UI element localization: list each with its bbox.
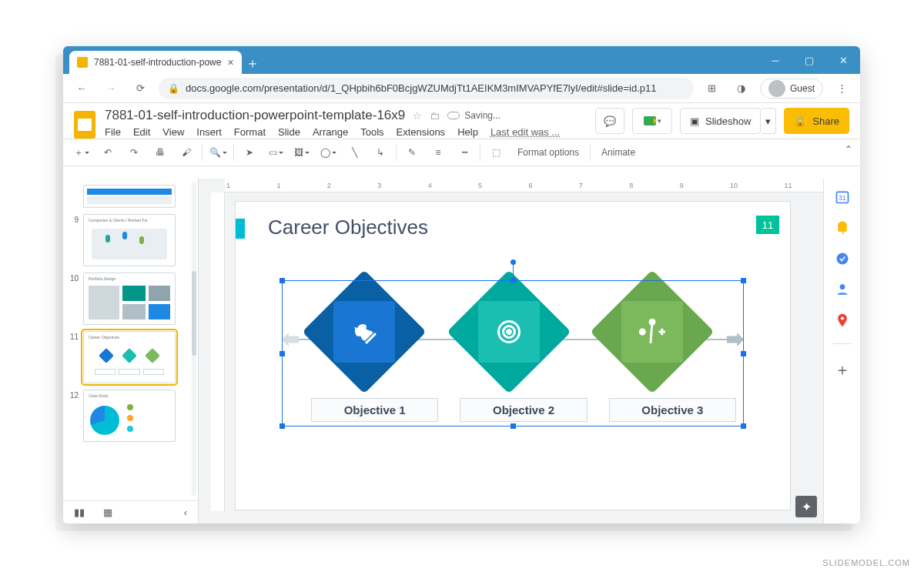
filmstrip-scrollthumb[interactable] (192, 271, 196, 356)
horizontal-ruler: 1123456789101112 (225, 179, 848, 192)
select-tool[interactable]: ➤ (239, 142, 260, 163)
border-dash-button[interactable]: ┅ (454, 142, 475, 163)
saving-text: Saving... (464, 110, 500, 121)
watermark: SLIDEMODEL.COM (822, 558, 910, 567)
resize-handle[interactable] (741, 351, 746, 356)
filmstrip-view-icon[interactable]: ▮▮ (74, 507, 85, 518)
redo-button[interactable]: ↷ (123, 142, 145, 163)
resize-handle[interactable] (280, 351, 285, 356)
slide-thumb[interactable] (66, 188, 190, 208)
shape-tool[interactable]: ◯ (317, 142, 339, 163)
nav-forward-icon[interactable]: → (100, 78, 122, 99)
line-tool[interactable]: ╲ (343, 142, 365, 163)
thumb-title: Portfolio Design (89, 276, 116, 281)
tasks-icon[interactable] (835, 251, 850, 266)
maps-icon[interactable] (835, 313, 850, 328)
selection-box[interactable] (282, 280, 744, 426)
slideshow-button[interactable]: ▣Slideshow (680, 108, 761, 134)
menu-insert[interactable]: Insert (196, 126, 222, 138)
menu-edit[interactable]: Edit (133, 126, 150, 138)
menu-view[interactable]: View (162, 126, 184, 138)
new-slide-button[interactable]: ＋ (71, 142, 92, 163)
explore-button[interactable]: ✦ (795, 496, 817, 517)
share-label: Share (812, 115, 839, 127)
slideshow-dropdown[interactable]: ▾ (761, 108, 776, 134)
thumb-title: Companies & Clients I Worked For (89, 218, 148, 222)
print-button[interactable]: 🖶 (149, 142, 171, 163)
resize-handle[interactable] (741, 423, 746, 429)
image-tool[interactable]: 🖼 (291, 142, 313, 163)
google-meet-button[interactable]: ▾ (632, 108, 672, 134)
format-options-button[interactable]: Format options (511, 147, 585, 158)
resize-handle[interactable] (511, 278, 516, 283)
menu-extensions[interactable]: Extensions (397, 126, 446, 138)
resize-handle[interactable] (280, 278, 285, 283)
cloud-icon (447, 112, 460, 119)
resize-handle[interactable] (741, 278, 746, 283)
add-addon-icon[interactable]: ＋ (835, 360, 850, 380)
guest-profile-button[interactable]: Guest (760, 79, 823, 99)
last-edit-link[interactable]: Last edit was ... (490, 126, 560, 138)
arrange-button[interactable]: ⬚ (485, 142, 507, 163)
connector-tool[interactable]: ↳ (370, 142, 391, 163)
google-slides-logo-icon[interactable] (74, 111, 95, 139)
rotate-handle[interactable] (513, 264, 514, 278)
close-tab-icon[interactable]: × (227, 56, 233, 69)
slide-thumb[interactable]: 9 Companies & Clients I Worked For (66, 214, 190, 266)
thumb-number: 12 (66, 390, 79, 400)
nav-back-icon[interactable]: ← (71, 78, 92, 99)
install-app-icon[interactable]: ⊞ (701, 78, 723, 99)
paint-format-button[interactable]: 🖌 (176, 142, 197, 163)
slide-thumb[interactable]: 11 Career Objectives (66, 331, 190, 383)
slide-title[interactable]: Career Objectives (268, 216, 428, 239)
browser-window: 7881-01-self-introduction-powe × ＋ ─ ▢ ✕… (63, 46, 860, 523)
share-button[interactable]: 🔒Share (784, 108, 849, 134)
saving-status: Saving... (447, 110, 500, 121)
menu-arrange[interactable]: Arrange (313, 126, 348, 138)
docs-header: 7881-01-self-introduction-powerpoint-tem… (63, 103, 860, 139)
browser-tab[interactable]: 7881-01-self-introduction-powe × (69, 51, 242, 74)
window-maximize-icon[interactable]: ▢ (792, 46, 826, 74)
calendar-icon[interactable]: 31 (835, 189, 850, 205)
url-text: docs.google.com/presentation/d/1_QHpbih6… (186, 82, 656, 94)
contacts-icon[interactable] (835, 282, 850, 297)
svg-point-9 (840, 316, 843, 319)
undo-button[interactable]: ↶ (97, 142, 119, 163)
resize-handle[interactable] (280, 423, 285, 429)
document-title[interactable]: 7881-01-self-introduction-powerpoint-tem… (105, 108, 405, 123)
star-icon[interactable]: ☆ (413, 110, 422, 122)
browser-menu-icon[interactable]: ⋮ (831, 78, 852, 99)
window-close-icon[interactable]: ✕ (826, 46, 860, 74)
collapse-toolbar-icon[interactable]: ⌃ (845, 144, 852, 155)
grid-view-icon[interactable]: ▦ (103, 507, 112, 518)
slideshow-label: Slideshow (705, 115, 751, 127)
border-color-button[interactable]: ✎ (401, 142, 423, 163)
keep-icon[interactable] (835, 220, 850, 236)
slide-canvas[interactable]: Career Objectives 11 (236, 202, 790, 510)
filmstrip-footer: ▮▮ ▦ ‹ (63, 500, 198, 523)
canvas[interactable]: 1123456789101112 Career Objectives 11 (199, 179, 860, 523)
omnibox[interactable]: 🔒 docs.google.com/presentation/d/1_QHpbi… (159, 78, 694, 99)
menu-slide[interactable]: Slide (278, 126, 300, 138)
extensions-icon[interactable]: ◑ (731, 78, 752, 99)
menu-file[interactable]: File (105, 126, 121, 138)
move-icon[interactable]: 🗀 (430, 110, 440, 122)
thumb-number: 9 (66, 214, 79, 224)
chevron-left-icon[interactable]: ‹ (184, 507, 187, 518)
nav-reload-icon[interactable]: ⟳ (129, 78, 151, 99)
textbox-tool[interactable]: ▭ (265, 142, 286, 163)
zoom-button[interactable]: 🔍 (207, 142, 229, 163)
new-tab-button[interactable]: ＋ (242, 52, 263, 74)
menu-tools[interactable]: Tools (360, 126, 383, 138)
menu-format[interactable]: Format (234, 126, 266, 138)
slide-thumb[interactable]: 12 Case Study (66, 390, 190, 442)
menu-help[interactable]: Help (457, 126, 478, 138)
border-weight-button[interactable]: ≡ (427, 142, 449, 163)
resize-handle[interactable] (511, 423, 516, 429)
tab-title: 7881-01-self-introduction-powe (94, 57, 221, 68)
thumb-number: 11 (66, 331, 79, 341)
slide-thumb[interactable]: 10 Portfolio Design (66, 273, 190, 325)
window-minimize-icon[interactable]: ─ (758, 46, 792, 74)
comments-button[interactable]: 💬 (595, 108, 624, 134)
animate-button[interactable]: Animate (595, 147, 641, 158)
